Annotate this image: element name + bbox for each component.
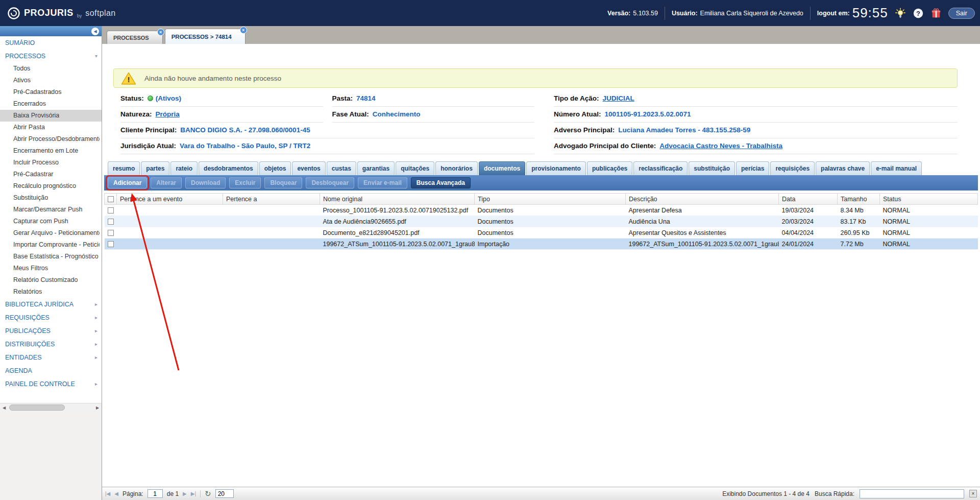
column-header[interactable]: Tamanho <box>838 194 880 205</box>
sidebar-entry[interactable]: Substituição <box>0 192 102 204</box>
sidebar-entry[interactable]: Encerrados <box>0 98 102 110</box>
detail-value[interactable]: 74814 <box>356 94 376 102</box>
sidebar-entry[interactable]: Incluir Processo <box>0 157 102 169</box>
detail-value[interactable]: Vara do Trabalho - São Paulo, SP / TRT2 <box>180 142 310 150</box>
row-checkbox[interactable] <box>108 219 114 225</box>
sidebar-collapse-bar[interactable]: ◀ <box>0 26 102 36</box>
sidebar-entry[interactable]: Pré-Cadastrar <box>0 169 102 180</box>
column-header[interactable]: Data <box>779 194 838 205</box>
table-row[interactable]: Documento_e821d289045201.pdf Documentos … <box>105 227 978 239</box>
page-input[interactable] <box>148 489 163 498</box>
detail-value[interactable]: JUDICIAL <box>603 94 634 102</box>
sidebar-entry[interactable]: Ativos <box>0 75 102 86</box>
sidebar-entry[interactable]: Capturar com Push <box>0 216 102 227</box>
tab[interactable]: perícias <box>736 161 769 175</box>
sidebar-entry[interactable]: Meus Filtros <box>0 263 102 274</box>
toolbar-button[interactable]: Desbloquear <box>306 177 354 188</box>
collapse-sidebar-icon[interactable]: ◀ <box>91 28 99 35</box>
window-tab[interactable]: PROCESSOS > 74814 × <box>165 29 246 44</box>
first-page-icon[interactable]: |◀ <box>105 491 110 496</box>
sidebar-entry[interactable]: SUMÁRIO <box>0 36 102 50</box>
sidebar-entry[interactable]: Encerramento em Lote <box>0 145 102 157</box>
last-page-icon[interactable]: ▶| <box>191 491 196 496</box>
tab[interactable]: quitações <box>396 161 434 175</box>
gift-icon[interactable] <box>930 8 942 19</box>
table-row[interactable]: 199672_ATSum_1001105-91.2023.5.02.0071_1… <box>105 239 978 250</box>
sidebar-entry[interactable]: PAINEL DE CONTROLE ▸ <box>0 377 102 391</box>
sidebar-entry[interactable]: Importar Comprovante - Peticionamento <box>0 239 102 251</box>
detail-value[interactable]: 1001105-91.2023.5.02.0071 <box>605 110 691 118</box>
next-page-icon[interactable]: ▶ <box>183 491 187 496</box>
column-header[interactable]: Nome original <box>320 194 475 205</box>
page-size-input[interactable] <box>215 489 234 498</box>
tab[interactable]: desdobramentos <box>199 161 258 175</box>
column-header[interactable]: Pertence a um evento <box>117 194 223 205</box>
sidebar-entry[interactable]: Gerar Arquivo - Peticionamento Eletrônic… <box>0 227 102 239</box>
select-all-checkbox[interactable] <box>108 196 114 202</box>
column-header[interactable]: Pertence a <box>223 194 320 205</box>
scroll-right-icon[interactable]: ▶ <box>93 406 102 410</box>
quick-search-input[interactable] <box>860 489 964 498</box>
sidebar-entry[interactable]: Recálculo prognóstico <box>0 180 102 192</box>
detail-value[interactable]: Conhecimento <box>373 110 421 118</box>
sidebar-hscrollbar[interactable]: ◀ ▶ <box>0 403 102 412</box>
tab[interactable]: publicações <box>587 161 632 175</box>
toolbar-button[interactable]: Adicionar <box>108 177 147 188</box>
tab[interactable]: custas <box>327 161 356 175</box>
prev-page-icon[interactable]: ◀ <box>114 491 118 496</box>
sidebar-entry[interactable]: Relatórios <box>0 286 102 298</box>
sidebar-entry[interactable]: PROCESSOS ▾ <box>0 50 102 63</box>
help-icon[interactable]: ? <box>913 8 924 19</box>
tab[interactable]: partes <box>141 161 169 175</box>
scroll-left-icon[interactable]: ◀ <box>0 406 8 410</box>
column-header[interactable]: Tipo <box>475 194 626 205</box>
toolbar-button[interactable]: Download <box>185 177 226 188</box>
toolbar-button[interactable]: Enviar e-mail <box>358 177 407 188</box>
column-header[interactable]: Status <box>880 194 978 205</box>
sidebar-entry[interactable]: Todos <box>0 63 102 75</box>
tab[interactable]: resumo <box>108 161 140 175</box>
sidebar-entry[interactable]: PUBLICAÇÕES ▸ <box>0 324 102 338</box>
row-checkbox[interactable] <box>108 230 114 236</box>
sidebar-entry[interactable]: Marcar/Desmarcar Push <box>0 204 102 216</box>
sair-button[interactable]: Sair <box>948 8 975 19</box>
tab[interactable]: rateio <box>170 161 198 175</box>
toolbar-button[interactable]: Alterar <box>151 177 182 188</box>
toolbar-button[interactable]: Bloquear <box>264 177 302 188</box>
detail-value[interactable]: Advocacia Castro Neves - Trabalhista <box>659 142 782 150</box>
tab[interactable]: eventos <box>292 161 325 175</box>
tab[interactable]: substituição <box>689 161 735 175</box>
sidebar-entry[interactable]: Abrir Processo/Desdobramento <box>0 133 102 145</box>
sidebar-entry[interactable]: ENTIDADES ▸ <box>0 351 102 364</box>
detail-value[interactable]: Própria <box>156 110 180 118</box>
detail-value[interactable]: BANCO DIGIO S.A. - 27.098.060/0001-45 <box>180 126 310 134</box>
window-tab[interactable]: PROCESSOS × <box>107 31 163 44</box>
sidebar-entry[interactable]: Pré-Cadastrados <box>0 86 102 98</box>
tab[interactable]: reclassificação <box>633 161 688 175</box>
lightbulb-icon[interactable] <box>895 8 906 19</box>
tab[interactable]: provisionamento <box>526 161 586 175</box>
table-row[interactable]: Processo_1001105-91.2023.5.02.0071902513… <box>105 205 978 216</box>
toolbar-button[interactable]: Excluir <box>229 177 261 188</box>
tab[interactable]: e-mail manual <box>871 161 922 175</box>
sidebar-entry[interactable]: AGENDA <box>0 364 102 377</box>
tab[interactable]: objetos <box>259 161 291 175</box>
row-checkbox[interactable] <box>108 241 114 247</box>
scrollbar-thumb[interactable] <box>9 404 65 411</box>
sidebar-entry[interactable]: Base Estatística - Prognóstico Inteligen… <box>0 251 102 263</box>
column-header[interactable]: Descrição <box>626 194 779 205</box>
sidebar-entry[interactable]: Relatório Customizado <box>0 274 102 286</box>
tab[interactable]: palavras chave <box>816 161 870 175</box>
refresh-icon[interactable]: ↻ <box>205 489 211 498</box>
table-row[interactable]: Ata de Audiência9026655.pdf Documentos A… <box>105 216 978 227</box>
sidebar-entry[interactable]: Baixa Provisória <box>0 110 102 122</box>
tab[interactable]: requisições <box>770 161 815 175</box>
scrollbar-track[interactable] <box>8 403 93 412</box>
sidebar-entry[interactable]: Abrir Pasta <box>0 122 102 133</box>
detail-value[interactable]: (Ativos) <box>156 94 181 102</box>
sidebar-entry[interactable]: REQUISIÇÕES ▸ <box>0 311 102 324</box>
tab[interactable]: documentos <box>479 161 525 175</box>
close-tab-icon[interactable]: × <box>157 29 164 36</box>
tab[interactable]: honorários <box>435 161 478 175</box>
sidebar-entry[interactable]: DISTRIBUIÇÕES ▸ <box>0 338 102 351</box>
